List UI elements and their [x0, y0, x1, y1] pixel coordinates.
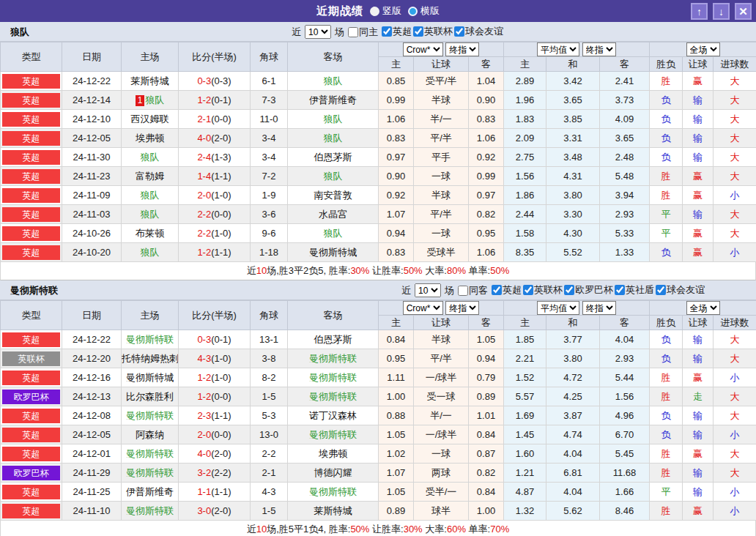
away-team: 诺丁汉森林: [309, 410, 357, 421]
league-checkbox-input[interactable]: [615, 285, 625, 295]
match-date: 24-12-05: [62, 425, 122, 444]
table-row: 英超 24-11-23 富勒姆 1-4(1-1) 7-2 狼队 0.90 一球 …: [1, 167, 756, 186]
league-checkbox-input[interactable]: [656, 285, 666, 295]
away-team-cell: 埃弗顿: [288, 444, 379, 464]
same-venue-input[interactable]: [458, 286, 468, 296]
result-handicap: 输: [683, 110, 714, 129]
score-cell: 2-0(0-0): [179, 425, 251, 444]
avg-away: 1.33: [600, 243, 650, 262]
title-group: 近期战绩 竖版 横版: [316, 4, 440, 18]
results-table: 类型 日期 主场 比分(半场) 角球 客场 Crow* 终指 平均值 终指: [0, 42, 756, 262]
league-badge: 英超: [2, 332, 60, 347]
home-team: 曼彻斯特联: [126, 448, 174, 459]
avg-source-select[interactable]: 平均值: [537, 42, 579, 56]
odds-stage-select[interactable]: 终指: [445, 301, 479, 315]
league-filter-checkbox[interactable]: 英超: [490, 283, 522, 297]
result-goals: 小: [714, 425, 756, 444]
odds-away: 0.95: [469, 224, 504, 243]
score-cell: 2-2(1-0): [179, 224, 251, 243]
score-cell: 2-1(0-0): [179, 110, 251, 129]
league-badge: 欧罗巴杯: [2, 390, 60, 404]
avg-draw: 3.85: [546, 110, 600, 129]
match-count-select[interactable]: 10: [415, 283, 441, 297]
home-team: 托特纳姆热刺: [122, 353, 179, 364]
league-checkbox-input[interactable]: [382, 26, 392, 37]
close-button[interactable]: ✕: [735, 3, 752, 20]
odds-away: 1.05: [469, 330, 504, 349]
odds-away: 1.01: [469, 406, 504, 425]
match-date: 24-11-30: [62, 148, 122, 167]
league-checkbox-input[interactable]: [413, 26, 423, 37]
summary-segment: 50%: [404, 265, 423, 276]
score-cell: 1-2(0-0): [179, 387, 251, 406]
league-filter-checkbox[interactable]: 英超: [380, 25, 412, 38]
league-checkbox-input[interactable]: [492, 285, 502, 295]
same-venue-input[interactable]: [348, 27, 358, 37]
table-row: 英超 24-12-22 莱斯特城 0-3(0-3) 6-1 狼队 0.85 受平…: [1, 72, 756, 91]
home-team: 狼队: [141, 209, 160, 220]
odds-handicap: 半/一: [414, 110, 469, 129]
odds-provider-select[interactable]: Crow*: [403, 301, 443, 315]
same-venue-checkbox[interactable]: 同客: [456, 284, 488, 297]
avg-away: 6.70: [600, 425, 650, 444]
move-down-button[interactable]: ↓: [713, 3, 730, 20]
result-goals: 大: [714, 406, 756, 425]
league-badge: 英超: [2, 93, 60, 108]
avg-draw: 3.31: [546, 129, 600, 148]
league-filter-checkbox[interactable]: 英联杯: [412, 25, 453, 38]
odds-provider-select[interactable]: Crow*: [403, 42, 443, 56]
result-goals: 小: [714, 483, 756, 502]
avg-draw: 4.04: [546, 483, 600, 502]
team-section-manutd: 曼彻斯特联 近 10 场 同客 英超英联杯欧罗巴杯英社盾球会友谊: [0, 280, 756, 536]
odds-home: 0.90: [379, 167, 414, 186]
result-handicap: 输: [683, 148, 714, 167]
league-filter-checkbox[interactable]: 欧罗巴杯: [563, 283, 613, 297]
league-filter-checkbox[interactable]: 球会友谊: [453, 25, 503, 38]
home-team-cell: 富勒姆: [122, 167, 179, 186]
result-scope-select[interactable]: 全场: [686, 42, 720, 56]
score-cell: 2-2(0-0): [179, 205, 251, 224]
summary-segment: 场,胜5平1负4, 胜率:: [267, 524, 350, 535]
halftime-score: (1-0): [211, 353, 231, 364]
avg-home: 4.87: [504, 483, 546, 502]
move-up-button[interactable]: ↑: [691, 3, 708, 20]
odds-stage-select[interactable]: 终指: [445, 42, 479, 56]
avg-stage-select[interactable]: 终指: [582, 42, 616, 56]
table-row: 英超 24-12-22 曼彻斯特联 0-3(0-1) 13-1 伯恩茅斯 0.8…: [1, 330, 756, 349]
layout-radio-vertical[interactable]: 竖版: [370, 4, 401, 18]
home-team: 曼彻斯特城: [126, 372, 174, 383]
league-filter-checkbox[interactable]: 英社盾: [613, 283, 654, 297]
league-badge: 英超: [2, 245, 60, 260]
league-cell: 英超: [1, 425, 62, 444]
layout-radio-horizontal[interactable]: 横版: [408, 4, 440, 18]
league-cell: 英超: [1, 502, 62, 521]
same-venue-checkbox[interactable]: 同主: [346, 26, 378, 39]
avg-source-select[interactable]: 平均值: [537, 301, 579, 315]
league-checkbox-input[interactable]: [454, 26, 464, 37]
league-filter-checkbox[interactable]: 球会友谊: [654, 283, 705, 297]
result-scope-select[interactable]: 全场: [686, 301, 720, 315]
summary-segment: 70%: [490, 524, 509, 535]
halftime-score: (0-0): [211, 209, 231, 220]
corner-score: 9-6: [251, 224, 288, 243]
avg-stage-select[interactable]: 终指: [582, 301, 616, 315]
avg-away: 8.46: [600, 502, 650, 521]
result-goals: 大: [714, 330, 756, 349]
match-date: 24-12-14: [62, 91, 122, 110]
league-label: 英社盾: [626, 283, 654, 297]
fulltime-score: 1-2: [197, 372, 211, 383]
recent-prefix-label: 近: [401, 284, 411, 297]
table-row: 欧罗巴杯 24-11-29 曼彻斯特联 3-2(2-2) 2-1 博德闪耀 1.…: [1, 464, 756, 483]
league-cell: 英超: [1, 110, 62, 129]
avg-away: 2.48: [600, 148, 650, 167]
radio-horizontal-label: 横版: [420, 4, 440, 18]
league-badge: 英超: [2, 207, 60, 222]
league-checkbox-input[interactable]: [523, 285, 533, 295]
result-goals: 大: [714, 444, 756, 464]
league-checkbox-input[interactable]: [564, 285, 574, 295]
odds-handicap: 平/半: [414, 205, 469, 224]
odds-handicap: 受半/一: [414, 483, 469, 502]
league-filter-checkbox[interactable]: 英联杯: [522, 283, 563, 297]
table-row: 英联杯 24-12-20 托特纳姆热刺 4-3(1-0) 3-8 曼彻斯特联 0…: [1, 349, 756, 368]
match-count-select[interactable]: 10: [305, 25, 331, 39]
